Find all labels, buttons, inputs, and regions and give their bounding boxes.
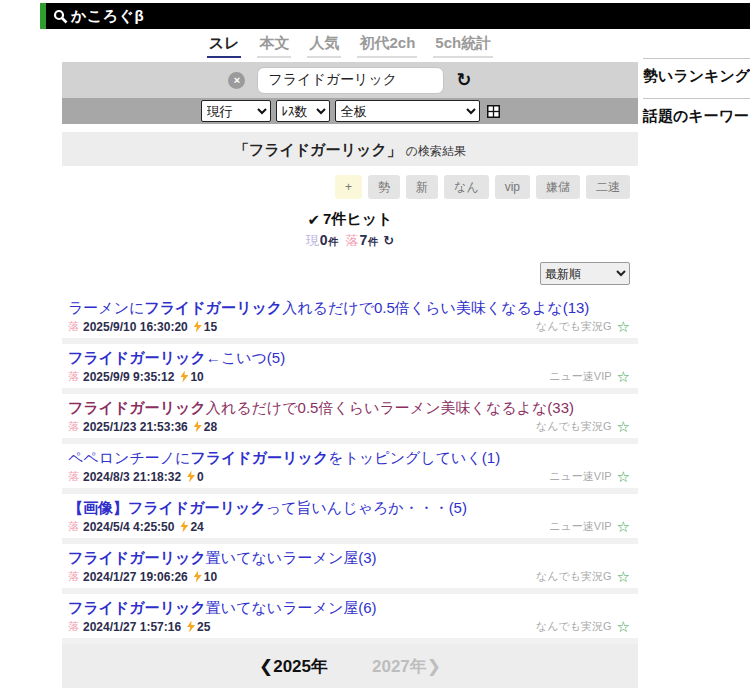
thread-meta: 落 2025/9/9 9:35:12 10 ニュー速VIP ☆	[68, 369, 630, 384]
board-name: なんでも実況G	[536, 419, 612, 434]
header-accent-stripe	[40, 3, 46, 29]
quick-filter-button[interactable]: +	[335, 175, 362, 199]
results-keyword: 「フライドガーリック」	[234, 141, 402, 160]
thread-meta: 落 2024/5/4 4:25:50 24 ニュー速VIP ☆	[68, 519, 630, 534]
favorite-star-icon[interactable]: ☆	[617, 619, 630, 634]
tab-item[interactable]: 人気	[307, 34, 341, 58]
thread-date: 2024/5/4 4:25:50	[83, 520, 174, 534]
quick-filter-button[interactable]: 嫌儲	[536, 175, 580, 199]
thread-date: 2024/8/3 21:18:32	[83, 470, 181, 484]
dead-unit: 件	[368, 235, 378, 249]
res-count: 24	[190, 520, 203, 534]
results-list: ラーメンにフライドガーリック入れるだけで0.5倍くらい美味くなるよな(13) 落…	[62, 294, 638, 644]
dead-label: 落	[346, 232, 359, 250]
hit-count-label: 7件ヒット	[323, 210, 392, 229]
thread-title[interactable]: フライドガーリック置いてないラーメン屋(6)	[68, 598, 630, 618]
quick-filter-button[interactable]: なん	[444, 175, 489, 199]
thread-date: 2025/9/9 9:35:12	[83, 370, 174, 384]
results-suffix: の検索結果	[406, 143, 466, 160]
thread-row[interactable]: ペペロンチーノにフライドガーリックをトッピングしていく(1) 落 2024/8/…	[62, 444, 638, 494]
favorite-star-icon[interactable]: ☆	[617, 569, 630, 584]
thread-row[interactable]: 【画像】フライドガーリックって旨いんじゃろか・・・(5) 落 2024/5/4 …	[62, 494, 638, 544]
thread-meta: 落 2025/1/23 21:53:36 28 なんでも実況G ☆	[68, 419, 630, 434]
thread-row[interactable]: フライドガーリック入れるだけで0.5倍くらいラーメン美味くなるよな(33) 落 …	[62, 394, 638, 444]
clear-search-icon[interactable]: ×	[228, 72, 245, 89]
reload-counts-icon[interactable]: ↻	[383, 233, 394, 248]
live-label: 現	[306, 232, 319, 250]
next-year-link[interactable]: 2027年❯	[372, 655, 441, 678]
thread-row[interactable]: フライドガーリック置いてないラーメン屋(6) 落 2024/1/27 1:57:…	[62, 594, 638, 644]
board-grid-icon[interactable]	[487, 105, 500, 118]
search-bar: × ↻	[62, 62, 638, 98]
search-input[interactable]	[257, 67, 444, 94]
thread-title[interactable]: フライドガーリック入れるだけで0.5倍くらいラーメン美味くなるよな(33)	[68, 398, 630, 418]
quick-filter-bar: +勢新なんvip嫌儲二速	[62, 166, 638, 199]
live-count: 0	[320, 232, 328, 248]
refresh-search-icon[interactable]: ↻	[456, 71, 471, 89]
tab-item[interactable]: 本文	[257, 34, 291, 58]
main-column: × ↻ 現行 ﾚｽ数 全板 「フライドガーリック」 の検索結果 +勢新なんvip…	[62, 62, 638, 688]
hit-count-line: ✔ 7件ヒット	[62, 210, 638, 229]
res-count: 15	[204, 320, 217, 334]
res-count: 28	[204, 420, 217, 434]
thread-title[interactable]: フライドガーリック置いてないラーメン屋(3)	[68, 548, 630, 568]
board-name: なんでも実況G	[536, 319, 612, 334]
res-count-select[interactable]: ﾚｽ数	[276, 100, 330, 122]
sort-select[interactable]: 最新順	[540, 262, 630, 285]
year-pagination: ❮2025年 2027年❯	[62, 644, 638, 688]
dead-badge: 落	[68, 419, 79, 434]
dead-badge: 落	[68, 619, 79, 634]
thread-meta: 落 2024/8/3 21:18:32 0 ニュー速VIP ☆	[68, 469, 630, 484]
thread-date: 2025/9/10 16:30:20	[83, 320, 188, 334]
board-name: ニュー速VIP	[549, 369, 611, 384]
favorite-star-icon[interactable]: ☆	[617, 319, 630, 334]
scope-select[interactable]: 現行	[201, 100, 271, 122]
search-logo-icon	[53, 9, 68, 24]
quick-filter-button[interactable]: 二速	[586, 175, 630, 199]
tab-item[interactable]: スレ	[207, 34, 242, 58]
favorite-star-icon[interactable]: ☆	[617, 519, 630, 534]
quick-filter-button[interactable]: vip	[495, 175, 530, 199]
thread-date: 2025/1/23 21:53:36	[83, 420, 188, 434]
thread-title[interactable]: 【画像】フライドガーリックって旨いんじゃろか・・・(5)	[68, 498, 630, 518]
sidebar-ranking-heading[interactable]: 勢いランキング	[643, 58, 750, 86]
tab-item[interactable]: 5ch統計	[433, 34, 493, 58]
thread-title[interactable]: ラーメンにフライドガーリック入れるだけで0.5倍くらい美味くなるよな(13)	[68, 298, 630, 318]
board-name: なんでも実況G	[536, 569, 612, 584]
thread-row[interactable]: フライドガーリック←こいつ(5) 落 2025/9/9 9:35:12 10 ニ…	[62, 344, 638, 394]
filter-bar: 現行 ﾚｽ数 全板	[62, 98, 638, 124]
check-icon: ✔	[308, 211, 321, 229]
momentum-bolt-icon	[194, 421, 202, 433]
momentum-bolt-icon	[194, 571, 202, 583]
quick-filter-button[interactable]: 勢	[368, 175, 400, 199]
sidebar-keywords-heading[interactable]: 話題のキーワード	[643, 98, 750, 126]
dead-badge: 落	[68, 519, 79, 534]
thread-title[interactable]: ペペロンチーノにフライドガーリックをトッピングしていく(1)	[68, 448, 630, 468]
live-unit: 件	[329, 235, 339, 249]
quick-filter-button[interactable]: 新	[406, 175, 438, 199]
dead-badge: 落	[68, 319, 79, 334]
thread-meta: 落 2025/9/10 16:30:20 15 なんでも実況G ☆	[68, 319, 630, 334]
thread-meta: 落 2024/1/27 19:06:26 10 なんでも実況G ☆	[68, 569, 630, 584]
dead-badge: 落	[68, 569, 79, 584]
tab-bar: スレ本文人気初代2ch5ch統計	[62, 34, 638, 58]
site-logo[interactable]: かころぐβ	[71, 7, 144, 26]
thread-date: 2024/1/27 1:57:16	[83, 620, 181, 634]
board-name: ニュー速VIP	[549, 469, 611, 484]
momentum-bolt-icon	[187, 471, 195, 483]
favorite-star-icon[interactable]: ☆	[617, 419, 630, 434]
thread-title[interactable]: フライドガーリック←こいつ(5)	[68, 348, 630, 368]
res-count: 10	[204, 570, 217, 584]
next-year-icon: ❯	[427, 657, 441, 676]
dead-badge: 落	[68, 369, 79, 384]
results-header: 「フライドガーリック」 の検索結果	[62, 132, 638, 166]
momentum-bolt-icon	[180, 521, 188, 533]
favorite-star-icon[interactable]: ☆	[617, 469, 630, 484]
prev-year-link[interactable]: ❮2025年	[259, 655, 328, 678]
board-select[interactable]: 全板	[335, 100, 480, 122]
tab-item[interactable]: 初代2ch	[357, 34, 417, 58]
thread-row[interactable]: フライドガーリック置いてないラーメン屋(3) 落 2024/1/27 19:06…	[62, 544, 638, 594]
thread-row[interactable]: ラーメンにフライドガーリック入れるだけで0.5倍くらい美味くなるよな(13) 落…	[62, 294, 638, 344]
favorite-star-icon[interactable]: ☆	[617, 369, 630, 384]
dead-badge: 落	[68, 469, 79, 484]
